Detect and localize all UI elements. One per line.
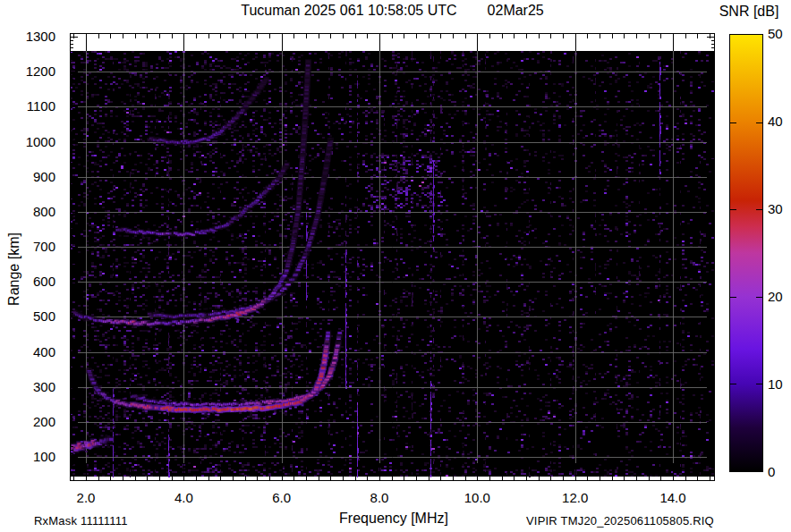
colorbar-tick-label: 50 — [768, 27, 791, 41]
x-axis-label: Frequency [MHz] — [322, 511, 465, 527]
ionogram-canvas — [70, 33, 715, 481]
rx-mask-text: RxMask 11111111 — [34, 514, 128, 528]
x-tick-label: 12.0 — [551, 490, 600, 505]
colorbar-tick-label: 40 — [768, 114, 791, 129]
colorbar — [729, 34, 763, 472]
y-tick-label: 100 — [13, 450, 55, 464]
colorbar-tick-mark — [756, 209, 762, 210]
x-tick-label: 6.0 — [258, 490, 306, 505]
plot-title: Tucuman 2025 061 10:58:05 UTC 02Mar25 — [70, 3, 715, 19]
x-tick-label: 10.0 — [453, 490, 501, 505]
y-tick-label: 1300 — [13, 30, 55, 44]
x-tick-label: 8.0 — [355, 490, 404, 505]
colorbar-tick-label: 20 — [768, 290, 791, 304]
y-tick-label: 900 — [13, 170, 55, 184]
x-tick-label: 14.0 — [649, 490, 697, 505]
colorbar-tick-mark — [730, 209, 736, 210]
y-tick-label: 1100 — [13, 99, 55, 114]
ionogram-figure: Tucuman 2025 061 10:58:05 UTC 02Mar25 SN… — [0, 0, 791, 532]
file-id-text: VIPIR TMJ20_2025061105805.RIQ — [526, 514, 714, 528]
colorbar-tick-mark — [756, 297, 762, 298]
colorbar-tick-mark — [756, 122, 762, 123]
colorbar-tick-mark — [730, 122, 736, 123]
colorbar-tick-label: 30 — [768, 202, 791, 216]
x-tick-label: 2.0 — [62, 490, 110, 505]
y-tick-label: 300 — [13, 380, 55, 394]
y-axis-label: Range [km] — [6, 224, 22, 314]
y-tick-label: 1200 — [13, 64, 55, 79]
colorbar-tick-label: 10 — [768, 377, 791, 392]
y-tick-label: 400 — [13, 345, 55, 359]
colorbar-tick-mark — [730, 384, 736, 384]
y-tick-label: 1000 — [13, 135, 55, 149]
colorbar-title: SNR [dB] — [708, 4, 790, 20]
title-date: 02Mar25 — [488, 3, 544, 19]
y-tick-label: 200 — [13, 415, 55, 429]
colorbar-tick-label: 0 — [768, 465, 791, 479]
colorbar-tick-mark — [730, 297, 736, 298]
title-station-time: Tucuman 2025 061 10:58:05 UTC — [241, 3, 456, 19]
colorbar-tick-mark — [756, 384, 762, 384]
y-tick-label: 800 — [13, 205, 55, 219]
x-tick-label: 4.0 — [159, 490, 208, 505]
